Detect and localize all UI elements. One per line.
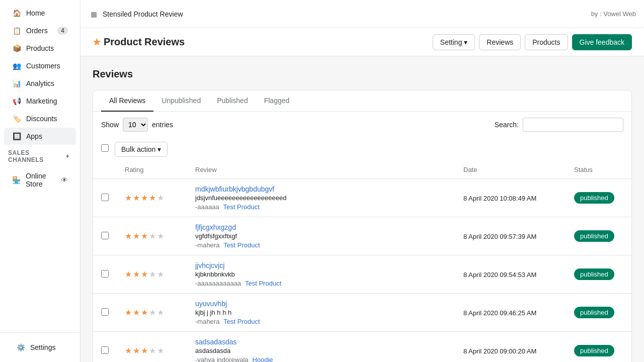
sidebar-item-discounts[interactable]: 🏷️ Discounts: [4, 110, 76, 127]
review-text: kjbknbbnkvkb: [195, 270, 447, 278]
products-icon: 📦: [12, 44, 21, 53]
tab-unpublished[interactable]: Unpublished: [153, 90, 209, 112]
row-checkbox-3[interactable]: [101, 308, 109, 316]
review-cell: sadsadasdas asdasdasda -yahya indorewala…: [187, 332, 455, 363]
review-title[interactable]: sadsadasdas: [195, 338, 447, 346]
sidebar-item-products[interactable]: 📦 Products: [4, 40, 76, 57]
review-meta: -yahya indorewala Hoodie: [195, 355, 447, 362]
content-header: ★ Product Reviews Setting Reviews Produc…: [80, 28, 644, 56]
store-icon: 🏪: [12, 175, 21, 185]
status-cell: published: [566, 255, 631, 294]
row-checkbox-4[interactable]: [101, 346, 109, 354]
reviews-card: All ReviewsUnpublishedPublishedFlagged S…: [93, 90, 632, 362]
star-5: ★: [157, 193, 164, 203]
setting-button[interactable]: Setting: [433, 34, 475, 50]
row-checkbox-cell: [93, 294, 117, 332]
status-cell: published: [566, 179, 631, 217]
table-row: ★★★★★ jjvhcjcvjcj kjbknbbnkvkb -aaaaaaaa…: [93, 255, 631, 294]
col-review: Review: [187, 161, 455, 179]
sidebar-item-customers[interactable]: 👥 Customers: [4, 57, 76, 74]
star-2: ★: [133, 308, 140, 317]
star-3: ★: [141, 269, 148, 279]
star-5: ★: [157, 231, 164, 241]
reviews-tabs: All ReviewsUnpublishedPublishedFlagged: [93, 90, 631, 112]
sales-channels-label: SALES CHANNELS: [8, 149, 63, 163]
review-product-link[interactable]: Test Product: [245, 280, 281, 287]
review-product-link[interactable]: Test Product: [223, 203, 260, 211]
app-icon: ▦: [89, 9, 99, 19]
col-date: Date: [455, 161, 566, 179]
sidebar-item-settings[interactable]: ⚙️ Settings: [8, 339, 72, 356]
star-3: ★: [141, 346, 148, 355]
stars: ★★★★★: [125, 193, 179, 203]
sidebar-item-apps[interactable]: 🔲 Apps: [4, 128, 76, 145]
review-title[interactable]: mdkjwbfiurbkjvbgbdubgvf: [195, 185, 447, 193]
sidebar-item-online-store[interactable]: 🏪 Online Store 👁: [4, 168, 76, 192]
sidebar-item-analytics[interactable]: 📊 Analytics: [4, 75, 76, 92]
reviews-button[interactable]: Reviews: [479, 34, 521, 50]
row-checkbox-0[interactable]: [101, 194, 109, 201]
star-3: ★: [141, 308, 148, 317]
review-date: 8 April 2020 10:08:49 AM: [463, 195, 536, 202]
tab-all[interactable]: All Reviews: [101, 90, 153, 112]
row-checkbox-1[interactable]: [101, 232, 109, 239]
tab-flagged[interactable]: Flagged: [256, 90, 298, 112]
review-product-link[interactable]: Hoodie: [252, 356, 273, 362]
home-icon: 🏠: [12, 9, 21, 18]
sales-channels-header: SALES CHANNELS +: [0, 145, 80, 167]
review-title[interactable]: jjvhcjcvjcj: [195, 261, 447, 269]
products-button[interactable]: Products: [525, 34, 568, 50]
date-cell: 8 April 2020 09:46:25 AM: [455, 294, 566, 332]
review-title[interactable]: fjfjcgxhxgzgd: [195, 223, 447, 231]
rating-cell: ★★★★★: [117, 217, 187, 255]
table-row: ★★★★★ sadsadasdas asdasdasda -yahya indo…: [93, 332, 631, 363]
star-1: ★: [125, 308, 132, 317]
star-2: ★: [133, 269, 140, 279]
feedback-button[interactable]: Give feedback: [572, 34, 632, 50]
app-logo: ▦ Stensiled Product Review: [89, 9, 183, 19]
sidebar-nav: 🏠 Home 📋 Orders 4 📦 Products 👥 Customers…: [0, 0, 80, 332]
sidebar-item-marketing[interactable]: 📢 Marketing: [4, 93, 76, 110]
star-1: ★: [125, 193, 132, 203]
status-badge: published: [574, 307, 614, 318]
select-all-checkbox[interactable]: [101, 144, 109, 152]
sidebar: 🏠 Home 📋 Orders 4 📦 Products 👥 Customers…: [0, 0, 80, 362]
sidebar-label-apps: Apps: [26, 132, 42, 140]
col-rating: Rating: [117, 161, 187, 179]
sidebar-item-orders[interactable]: 📋 Orders 4: [4, 22, 76, 39]
settings-icon: ⚙️: [16, 343, 25, 352]
tab-published[interactable]: Published: [209, 90, 256, 112]
status-badge: published: [574, 268, 614, 280]
sidebar-item-home[interactable]: 🏠 Home: [4, 5, 76, 22]
review-product-link[interactable]: Test Product: [223, 318, 260, 325]
star-icon: ★: [93, 37, 101, 48]
row-checkbox-cell: [93, 332, 117, 363]
row-checkbox-cell: [93, 255, 117, 294]
star-5: ★: [157, 269, 164, 279]
row-checkbox-2[interactable]: [101, 270, 109, 278]
star-1: ★: [125, 231, 132, 241]
status-badge: published: [574, 192, 614, 204]
status-cell: published: [566, 332, 631, 363]
review-title[interactable]: uyuvuvhbj: [195, 300, 447, 308]
rating-cell: ★★★★★: [117, 294, 187, 332]
review-cell: mdkjwbfiurbkjvbgbdubgvf jdsjvnfueeeeeeee…: [187, 179, 455, 217]
main-content: Reviews All ReviewsUnpublishedPublishedF…: [80, 56, 644, 362]
status-cell: published: [566, 217, 631, 255]
search-label: Search:: [495, 121, 519, 129]
search-input[interactable]: [523, 118, 623, 132]
bulk-action-button[interactable]: Bulk action: [115, 142, 168, 157]
sidebar-label-products: Products: [26, 44, 54, 52]
badge-orders: 4: [57, 27, 68, 35]
star-4: ★: [149, 193, 156, 203]
review-text: jdsjvnfueeeeeeeeeeeeeeeeeed: [195, 194, 447, 202]
orders-icon: 📋: [12, 26, 21, 35]
review-meta: -mahera Test Product: [195, 317, 447, 325]
apps-icon: 🔲: [12, 132, 21, 141]
marketing-icon: 📢: [12, 97, 21, 106]
review-product-link[interactable]: Test Product: [223, 241, 260, 249]
date-cell: 8 April 2020 09:54:53 AM: [455, 255, 566, 294]
review-date: 8 April 2020 09:54:53 AM: [463, 271, 536, 279]
show-select[interactable]: 10 25 50: [123, 118, 148, 132]
add-sales-channel-btn[interactable]: +: [63, 152, 72, 161]
